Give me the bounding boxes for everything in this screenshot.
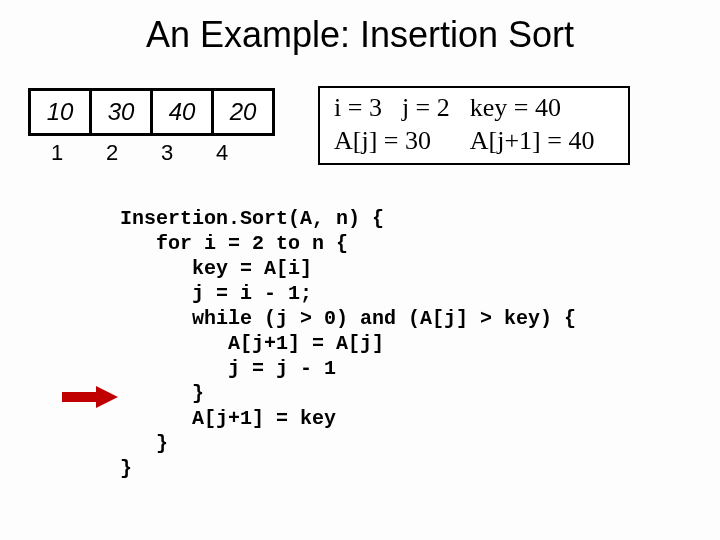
array-cell: 20 [211, 88, 275, 136]
state-j: j = 2 [402, 92, 470, 125]
state-i: i = 3 [334, 92, 402, 125]
array-cell: 40 [150, 88, 214, 136]
code-line: key = A[i] [120, 257, 312, 280]
code-line: } [120, 432, 168, 455]
array-index: 2 [83, 140, 141, 166]
code-line: A[j+1] = key [120, 407, 336, 430]
state-variables-box: i = 3 j = 2 key = 40 A[j] = 30 A[j+1] = … [318, 86, 630, 165]
code-listing: Insertion.Sort(A, n) { for i = 2 to n { … [120, 206, 576, 481]
code-line: } [120, 382, 204, 405]
array-index-row: 1 2 3 4 [28, 140, 275, 166]
code-line: } [120, 457, 132, 480]
svg-marker-0 [62, 386, 118, 408]
array-cell: 30 [89, 88, 153, 136]
state-aj: A[j] = 30 [334, 125, 470, 158]
array-visual: 10 30 40 20 1 2 3 4 [28, 88, 275, 166]
code-line: while (j > 0) and (A[j] > key) { [120, 307, 576, 330]
slide: An Example: Insertion Sort 10 30 40 20 1… [0, 0, 720, 540]
code-line: Insertion.Sort(A, n) { [120, 207, 384, 230]
array-index: 1 [28, 140, 86, 166]
page-title: An Example: Insertion Sort [0, 14, 720, 56]
state-key: key = 40 [470, 92, 615, 125]
array-index: 4 [193, 140, 251, 166]
code-line: for i = 2 to n { [120, 232, 348, 255]
array-cell: 10 [28, 88, 92, 136]
code-line: A[j+1] = A[j] [120, 332, 384, 355]
state-aj1: A[j+1] = 40 [470, 125, 615, 158]
code-line: j = j - 1 [120, 357, 336, 380]
array-index: 3 [138, 140, 196, 166]
arrow-right-icon [62, 386, 118, 408]
array-values-row: 10 30 40 20 [28, 88, 275, 136]
code-line: j = i - 1; [120, 282, 312, 305]
